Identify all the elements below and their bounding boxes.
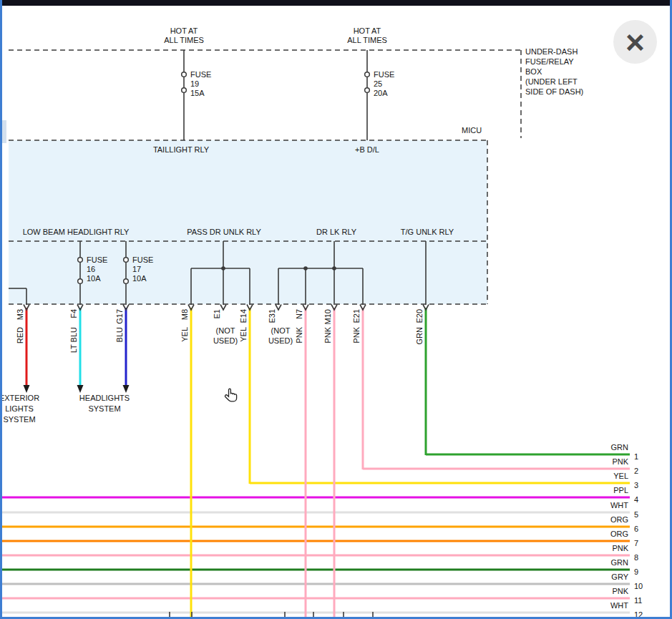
- relay-label: LOW BEAM HEADLIGHT RLY: [23, 228, 130, 237]
- fuse-terminal: [182, 72, 187, 77]
- bus-wire-number: 8: [634, 553, 638, 562]
- power-source-label: HOT AT ALL TIMES: [164, 26, 204, 45]
- fuse-terminal: [182, 88, 187, 93]
- relay-label: T/G UNLK RLY: [401, 228, 454, 237]
- wire-color-label: PNK: [352, 327, 361, 343]
- close-button[interactable]: ×: [613, 20, 657, 64]
- relay-label: +B D/L: [355, 145, 379, 155]
- bus-wire-color-label: WHT: [610, 601, 628, 610]
- wire-color-label: BLU: [115, 327, 125, 342]
- junction-dot: [332, 266, 336, 270]
- fuse-terminal: [78, 279, 83, 284]
- bus-wire-number: 12: [634, 610, 643, 619]
- bus-wire-number: 1: [634, 452, 638, 462]
- diagram-viewer-window: × HOT AT ALL TIMESHOT AT ALL TIMESUNDER-…: [0, 0, 672, 619]
- bus-wire-number: 9: [634, 567, 638, 577]
- power-source-label: HOT AT ALL TIMES: [347, 26, 387, 45]
- bus-wire-color-label: GRN: [611, 558, 628, 567]
- system-destination: EXTERIOR LIGHTS SYSTEM: [0, 393, 39, 425]
- wire-color-label: GRN: [415, 327, 424, 344]
- bus-wire-color-label: GRY: [611, 572, 628, 582]
- close-icon: ×: [625, 26, 645, 59]
- pin-label: M10: [323, 309, 333, 324]
- fuse-label: FUSE 19 15A: [190, 70, 211, 98]
- pin-label: M8: [180, 309, 190, 320]
- wire-end-arrow: [123, 385, 130, 393]
- bus-wire-number: 3: [634, 481, 638, 490]
- micu-label: MICU: [462, 126, 482, 135]
- fuse-terminal: [124, 258, 129, 263]
- bus-wire-color-label: PNK: [612, 457, 628, 467]
- pin-label: E21: [352, 309, 361, 323]
- pin-label: E14: [239, 309, 248, 323]
- bus-wire-color-label: ORG: [610, 530, 628, 539]
- pin-label: E31: [268, 309, 277, 323]
- bus-wire-color-label: PNK: [612, 544, 628, 553]
- bus-wire-color-label: GRN: [611, 443, 628, 452]
- wire-color-label: PNK: [295, 327, 304, 343]
- pin-label: G17: [115, 309, 125, 324]
- window-top-edge: [0, 0, 672, 6]
- wire-color-label: RED: [16, 327, 25, 343]
- fuse-terminal: [365, 88, 370, 93]
- bus-wire-number: 5: [634, 510, 638, 520]
- system-destination: HEADLIGHTS SYSTEM: [79, 393, 130, 414]
- bus-wire-number: 4: [634, 495, 638, 505]
- bus-wire-color-label: PPL: [613, 486, 628, 495]
- fuse-label: FUSE 16 10A: [87, 255, 107, 283]
- bus-wire-color-label: WHT: [610, 501, 628, 510]
- bus-wire-number: 7: [634, 539, 638, 548]
- junction-dot: [303, 266, 308, 270]
- pin-label: E1: [213, 309, 222, 318]
- bus-wire-color-label: ORG: [610, 515, 628, 525]
- relay-label: TAILLIGHT RLY: [153, 145, 209, 155]
- wire-color-label: PNK: [323, 327, 333, 343]
- bus-wire-number: 2: [634, 467, 638, 476]
- junction-dot: [221, 266, 225, 270]
- pin-label: N7: [295, 309, 304, 319]
- wire-end-arrow: [24, 385, 30, 393]
- bus-wire-color-label: PNK: [612, 587, 628, 596]
- fuse-terminal: [78, 258, 83, 263]
- fuse-label: FUSE 25 20A: [374, 70, 394, 98]
- background-window-fragment: [0, 120, 6, 143]
- wire-color-label: LT BLU: [69, 327, 79, 353]
- not-used-note: (NOT USED): [268, 326, 293, 346]
- relay-label: PASS DR UNLK RLY: [187, 228, 261, 237]
- bus-wire-number: 6: [634, 525, 638, 534]
- pin-label: E20: [415, 309, 424, 323]
- wire-color-label: YEL: [239, 327, 248, 342]
- fusebox-label: UNDER-DASH FUSE/RELAY BOX (UNDER LEFT SI…: [525, 47, 583, 97]
- wire-end-arrow: [77, 385, 84, 393]
- fuse-terminal: [124, 279, 129, 284]
- wire-color-label: YEL: [180, 327, 190, 342]
- fuse-label: FUSE 17 10A: [132, 255, 153, 283]
- fuse-terminal: [365, 72, 370, 77]
- pin-label: M3: [16, 309, 25, 320]
- bus-wire-number: 10: [634, 582, 643, 591]
- bus-wire-color-label: YEL: [613, 472, 628, 481]
- mouse-cursor-hand-icon: [223, 387, 241, 406]
- bus-wire-number: 11: [634, 596, 642, 605]
- not-used-note: (NOT USED): [213, 326, 238, 346]
- pin-label: F4: [69, 309, 79, 318]
- relay-label: DR LK RLY: [316, 228, 356, 237]
